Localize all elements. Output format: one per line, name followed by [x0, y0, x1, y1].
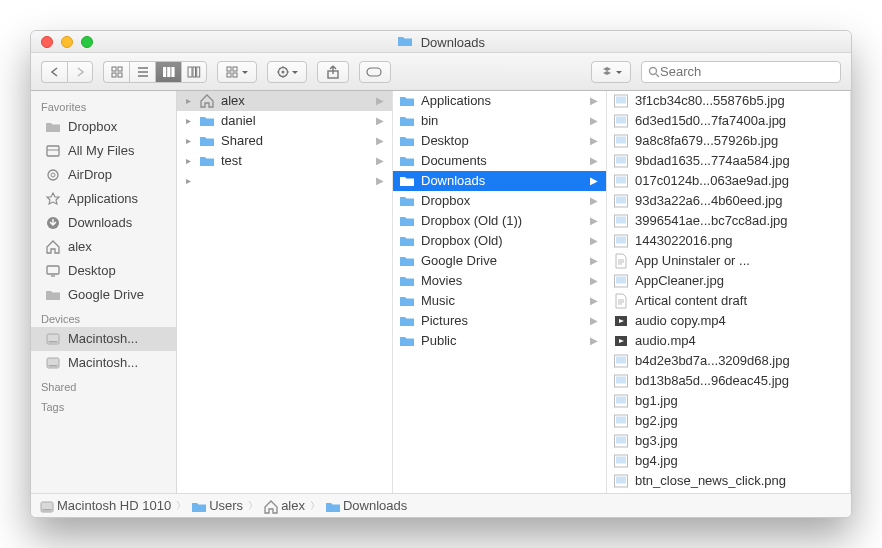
list-item[interactable]: Dropbox (Old (1))▶ — [393, 211, 606, 231]
list-item[interactable]: ▸Shared▶ — [177, 131, 392, 151]
breadcrumb-item[interactable]: Downloads — [325, 498, 407, 513]
list-item[interactable]: ▸▶ — [177, 171, 392, 191]
expander-icon[interactable]: ▸ — [183, 152, 193, 170]
sidebar-item-label: Downloads — [68, 213, 132, 233]
search-field[interactable] — [641, 61, 841, 83]
minimize-button[interactable] — [61, 36, 73, 48]
share-button[interactable] — [317, 61, 349, 83]
column-2[interactable]: Applications▶bin▶Desktop▶Documents▶Downl… — [393, 91, 607, 493]
breadcrumb-separator: 〉 — [310, 499, 320, 513]
sidebar-item-desktop[interactable]: Desktop — [31, 259, 176, 283]
sidebar-item-applications[interactable]: Applications — [31, 187, 176, 211]
sidebar-item-downloads[interactable]: Downloads — [31, 211, 176, 235]
breadcrumb-item[interactable]: alex — [263, 498, 305, 513]
list-item[interactable]: Documents▶ — [393, 151, 606, 171]
item-label: audio.mp4 — [635, 332, 844, 350]
sidebar-item-all-my-files[interactable]: All My Files — [31, 139, 176, 163]
sidebar-item-dropbox[interactable]: Dropbox — [31, 115, 176, 139]
list-item[interactable]: Public▶ — [393, 331, 606, 351]
svg-rect-43 — [616, 237, 626, 244]
folder-blue-icon — [399, 173, 415, 189]
svg-rect-0 — [112, 67, 116, 71]
sidebar-item-macintosh-[interactable]: Macintosh... — [31, 351, 176, 375]
list-item[interactable]: Music▶ — [393, 291, 606, 311]
list-item[interactable]: Pictures▶ — [393, 311, 606, 331]
sidebar-item-label: Dropbox — [68, 117, 117, 137]
list-item[interactable]: App Uninstaler or ... — [607, 251, 850, 271]
item-label: bg3.jpg — [635, 432, 844, 450]
list-item[interactable]: audio.mp4 — [607, 331, 850, 351]
svg-rect-39 — [616, 197, 626, 204]
close-button[interactable] — [41, 36, 53, 48]
view-list[interactable] — [129, 61, 155, 83]
back-button[interactable] — [41, 61, 67, 83]
list-item[interactable]: Dropbox (Old)▶ — [393, 231, 606, 251]
sidebar-item-label: AirDrop — [68, 165, 112, 185]
item-label: 93d3a22a6...4b60eed.jpg — [635, 192, 844, 210]
column-1[interactable]: ▸alex▶▸daniel▶▸Shared▶▸test▶▸▶ — [177, 91, 393, 493]
list-item[interactable]: AppCleaner.jpg — [607, 271, 850, 291]
search-input[interactable] — [660, 64, 834, 79]
sidebar-item-airdrop[interactable]: AirDrop — [31, 163, 176, 187]
list-item[interactable]: b4d2e3bd7a...3209d68.jpg — [607, 351, 850, 371]
list-item[interactable]: 017c0124b...063ae9ad.jpg — [607, 171, 850, 191]
list-item[interactable]: Downloads▶ — [393, 171, 606, 191]
list-item[interactable]: ▸test▶ — [177, 151, 392, 171]
sidebar-item-google-drive[interactable]: Google Drive — [31, 283, 176, 307]
item-label: Artical content draft — [635, 292, 844, 310]
expander-icon[interactable]: ▸ — [183, 132, 193, 150]
list-item[interactable]: Artical content draft — [607, 291, 850, 311]
view-icons[interactable] — [103, 61, 129, 83]
doc-icon — [613, 293, 629, 309]
list-item[interactable]: bg1.jpg — [607, 391, 850, 411]
window-title: Downloads — [31, 33, 851, 50]
forward-button[interactable] — [67, 61, 93, 83]
list-item[interactable]: ▸alex▶ — [177, 91, 392, 111]
list-item[interactable]: 9a8c8fa679...57926b.jpg — [607, 131, 850, 151]
hdd-icon — [45, 331, 61, 347]
list-item[interactable]: Dropbox▶ — [393, 191, 606, 211]
sidebar-item-alex[interactable]: alex — [31, 235, 176, 259]
expander-icon[interactable]: ▸ — [183, 112, 193, 130]
list-item[interactable]: 6d3ed15d0...7fa7400a.jpg — [607, 111, 850, 131]
list-item[interactable]: Applications▶ — [393, 91, 606, 111]
mov-icon — [613, 313, 629, 329]
breadcrumb-separator: 〉 — [248, 499, 258, 513]
column-3[interactable]: 3f1cb34c80...55876b5.jpg6d3ed15d0...7fa7… — [607, 91, 851, 493]
item-label: Music — [421, 292, 584, 310]
img-icon — [613, 413, 629, 429]
list-item[interactable]: Desktop▶ — [393, 131, 606, 151]
item-label: 9bdad1635...774aa584.jpg — [635, 152, 844, 170]
action-button[interactable] — [267, 61, 307, 83]
dropbox-toolbar-button[interactable] — [591, 61, 631, 83]
list-item[interactable]: audio copy.mp4 — [607, 311, 850, 331]
zoom-button[interactable] — [81, 36, 93, 48]
list-item[interactable]: bg4.jpg — [607, 451, 850, 471]
list-item[interactable]: Movies▶ — [393, 271, 606, 291]
expander-icon[interactable]: ▸ — [183, 172, 193, 190]
list-item[interactable]: 93d3a22a6...4b60eed.jpg — [607, 191, 850, 211]
svg-point-20 — [48, 170, 58, 180]
item-label: Dropbox — [421, 192, 584, 210]
breadcrumb-item[interactable]: Users — [191, 498, 243, 513]
breadcrumb-item[interactable]: Macintosh HD 1010 — [39, 498, 171, 513]
list-item[interactable]: Google Drive▶ — [393, 251, 606, 271]
list-item[interactable]: bg2.jpg — [607, 411, 850, 431]
tags-button[interactable] — [359, 61, 391, 83]
view-columns[interactable] — [155, 61, 181, 83]
list-item[interactable]: 1443022016.png — [607, 231, 850, 251]
list-item[interactable]: bd13b8a5d...96deac45.jpg — [607, 371, 850, 391]
list-item[interactable]: 3f1cb34c80...55876b5.jpg — [607, 91, 850, 111]
item-label: 017c0124b...063ae9ad.jpg — [635, 172, 844, 190]
list-item[interactable]: bg3.jpg — [607, 431, 850, 451]
list-item[interactable]: bin▶ — [393, 111, 606, 131]
svg-rect-57 — [616, 437, 626, 444]
list-item[interactable]: 9bdad1635...774aa584.jpg — [607, 151, 850, 171]
list-item[interactable]: btn_close_news_click.png — [607, 471, 850, 491]
expander-icon[interactable]: ▸ — [183, 92, 193, 110]
list-item[interactable]: 3996541ae...bc7cc8ad.jpg — [607, 211, 850, 231]
view-gallery[interactable] — [181, 61, 207, 83]
sidebar-item-macintosh-[interactable]: Macintosh... — [31, 327, 176, 351]
arrange-button[interactable] — [217, 61, 257, 83]
list-item[interactable]: ▸daniel▶ — [177, 111, 392, 131]
